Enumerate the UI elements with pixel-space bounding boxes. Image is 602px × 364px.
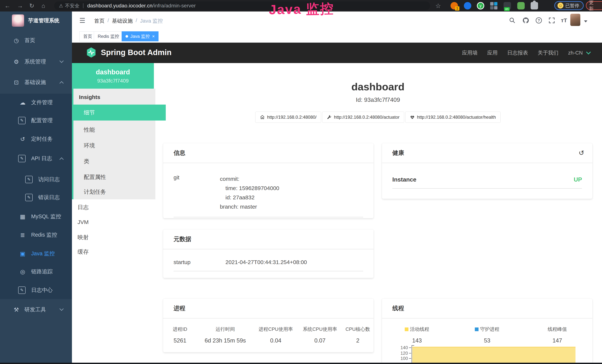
fullscreen-icon[interactable] [548,17,556,24]
process-col-header: CPU核心数 [342,326,374,332]
tab-java-monitor[interactable]: Java 监控 × [122,31,159,41]
paused-extension-pill[interactable]: ☺ 已暂停 [554,1,584,10]
extension-leaf-icon[interactable] [517,2,525,10]
sba-item-classes[interactable]: 类 [74,154,166,169]
extension-orange-icon[interactable]: 1 [451,2,458,10]
sba-item-caches[interactable]: 缓存 [72,244,160,259]
metadata-card-title: 元数据 [173,235,191,243]
browser-forward-icon[interactable]: → [17,0,23,11]
sba-nav-about[interactable]: 关于我们 [538,49,559,56]
sidebar-item-label: 研发工具 [24,306,46,313]
tab-home[interactable]: 首页 [79,31,96,41]
info-card-header: 信息 [163,143,374,163]
sba-item-scheduled-tasks[interactable]: 计划任务 [74,184,166,199]
threads-area-chart: 140 120 100 [389,345,577,364]
sba-item-mappings[interactable]: 映射 [72,230,160,245]
metadata-card-header: 元数据 [163,229,374,249]
sidebar-item-access-logs[interactable]: ✎ 访问日志 [0,171,72,188]
tags-view-bar: 首页 Redis 监控 × Java 监控 × [72,30,602,43]
github-icon[interactable] [522,17,529,24]
sidebar-item-dev-tools[interactable]: ⚒ 研发工具 [0,301,72,318]
browser-home-icon[interactable]: ⌂ [42,0,45,11]
eye-icon: ◎ [18,267,27,276]
sba-item-metrics[interactable]: 性能 [74,122,166,137]
tab-close-icon[interactable]: × [152,34,155,39]
health-instance-row: Instance UP [392,176,582,189]
process-col-header: 系统CPU使用率 [298,326,342,332]
sba-nav-wallboard[interactable]: 应用墙 [462,49,478,56]
legend-value: 143 [382,337,452,344]
breadcrumb-infrastructure[interactable]: 基础设施 [112,17,133,24]
sba-brand[interactable]: Spring Boot Admin [86,47,172,58]
sba-item-logs[interactable]: 日志 [72,200,160,215]
service-url-chip[interactable]: http://192.168.0.2:48080/ [255,112,321,123]
sba-item-jvm[interactable]: JVM [72,215,160,230]
actuator-url-chip[interactable]: http://192.168.0.2:48080/actuator [322,112,404,123]
sidebar-item-tracing[interactable]: ◎ 链路追踪 [0,263,72,280]
sidebar-item-system-management[interactable]: ⚙ 系统管理 [0,54,72,70]
user-avatar[interactable] [570,14,580,26]
threads-card-header: 线程 [382,299,592,319]
sidebar-item-redis-monitor[interactable]: ≣ Redis 监控 [0,227,72,243]
metadata-startup-row: startup 2021-04-27T00:44:31.254+08:00 [173,259,363,271]
sidebar-item-mysql-monitor[interactable]: ▦ MySQL 监控 [0,208,72,225]
sba-item-environment[interactable]: 环境 [74,138,166,153]
extension-pin-icon[interactable] [464,2,471,10]
log-edit-icon: ✎ [25,176,33,183]
sidebar-item-java-monitor[interactable]: ▣ Java 监控 [0,245,72,262]
cloud-upload-icon: ☁ [18,98,27,107]
extensions-puzzle-icon[interactable] [531,2,538,10]
legend-value: 147 [522,337,592,344]
breadcrumb: 首页 / 基础设施 / Java 监控 [94,17,163,24]
home-icon [260,115,265,120]
chart-plot-area [412,345,577,364]
sidebar-item-file-management[interactable]: ☁ 文件管理 [0,94,72,111]
sidebar-item-label: API 日志 [31,155,52,162]
sidebar-item-home[interactable]: ◷ 首页 [0,32,72,49]
health-url: http://192.168.0.2:48080/actuator/health [417,115,496,120]
address-bar[interactable]: ⚠ 不安全 dashboard.yudao.iocoder.cn /infra/… [54,1,430,10]
extension-grid-icon[interactable] [490,2,498,10]
health-history-icon[interactable]: ↺ [579,149,584,157]
browser-back-icon[interactable]: ← [4,0,10,11]
insecure-warning-icon: ⚠ [59,3,63,9]
sba-item-config-props[interactable]: 配置属性 [74,170,166,184]
sidebar-item-infrastructure[interactable]: ⊡ 基础设施 [0,74,72,91]
sidebar-item-label: 链路追踪 [31,268,53,275]
browser-reload-icon[interactable]: ↻ [29,0,34,11]
sba-hexagon-logo-icon [86,47,96,58]
info-card-title: 信息 [173,149,185,157]
gear-icon: ⚙ [12,57,21,66]
sidebar-item-scheduled-jobs[interactable]: ↺ 定时任务 [0,131,72,147]
avatar-caret-icon[interactable] [584,20,587,22]
process-col-header: 运行时间 [197,326,254,332]
sidebar-item-label: 日志中心 [31,287,53,294]
font-size-icon[interactable]: ᴛT [560,17,568,24]
threads-legend: 活动线程 143 守护进程 53 线程峰值 147 [382,326,592,344]
sidebar-item-error-logs[interactable]: ✎ 错误日志 [0,189,72,206]
sidebar-item-config-management[interactable]: ✎ 配置管理 [0,112,72,129]
help-icon[interactable]: ? [535,17,542,24]
extension-y-icon[interactable]: y [477,2,484,10]
chevron-up-icon [60,81,64,86]
update-browser-button[interactable]: 更新 ⋮ [586,1,602,10]
legend-value: 53 [452,337,522,344]
health-url-chip[interactable]: http://192.168.0.2:48080/actuator/health [405,112,501,123]
sba-nav-journal[interactable]: 日志报表 [507,49,528,56]
sba-nav-applications[interactable]: 应用 [487,49,498,56]
bookmark-star-icon[interactable]: ☆ [435,0,441,11]
sba-instance-name: dashboard [72,68,154,76]
service-url: http://192.168.0.2:48080/ [267,115,316,120]
hamburger-icon[interactable]: ☰ [79,17,85,24]
breadcrumb-home[interactable]: 首页 [94,17,105,24]
info-card: 信息 git commit: time: 1596289704000 id: 2… [163,143,374,218]
git-branch-line: branch: master [220,202,279,211]
search-icon[interactable] [509,17,516,24]
kebab-menu-icon[interactable]: ⋮ [600,3,602,9]
sidebar-item-api-logs[interactable]: ✎ API 日志 [0,150,72,167]
sidebar-item-log-center[interactable]: ✎ 日志中心 [0,282,72,299]
sba-language-select[interactable]: zh-CN [568,50,590,56]
sba-item-details[interactable]: 细节 [74,105,166,120]
sba-insights-group: Insights 细节 性能 环境 类 配置属性 计划任务 [72,89,155,199]
extension-on-icon[interactable]: on [504,2,511,10]
